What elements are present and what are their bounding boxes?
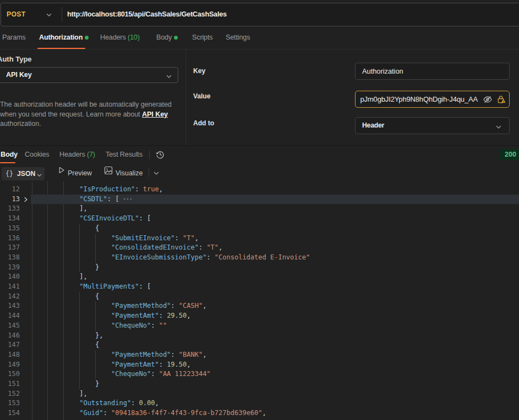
code-line[interactable]: 140], <box>0 272 519 282</box>
code-line[interactable]: 137"ConsolidatedEInvoice": "T", <box>0 243 519 253</box>
code-line[interactable]: 150"ChequeNo": "AA 11223344" <box>0 369 519 379</box>
fold-chevron-icon[interactable] <box>23 197 29 202</box>
code-line[interactable]: 142{ <box>0 292 519 302</box>
key-field[interactable]: Authorization <box>355 63 510 80</box>
api-key-link[interactable]: API Key <box>142 110 168 118</box>
history-icon[interactable] <box>155 149 166 160</box>
visualize-icon[interactable] <box>104 166 113 175</box>
punctuation: : <box>135 185 143 193</box>
code-text: ], <box>79 204 87 214</box>
preview-play-icon[interactable] <box>57 166 65 174</box>
key-field-value: Authorization <box>362 63 403 79</box>
line-number: 13 <box>0 195 20 205</box>
code-line[interactable]: 139} <box>0 263 519 273</box>
visualize-button[interactable]: Visualize <box>116 167 143 180</box>
line-number: 154 <box>0 408 20 418</box>
indent-guide <box>95 369 96 379</box>
addto-field-label: Add to <box>193 119 214 127</box>
code-text: "SubmitEInvoice": "T", <box>111 234 199 244</box>
auth-type-value: API Key <box>6 68 32 82</box>
line-number: 152 <box>0 389 20 399</box>
code-line[interactable]: 147{ <box>0 340 519 350</box>
response-toolbar: {} JSON Preview Visualize <box>0 163 519 181</box>
json-boolean: true <box>143 185 159 193</box>
indent-guide <box>79 331 80 341</box>
punctuation: , <box>263 409 266 417</box>
line-number: 148 <box>0 350 20 360</box>
value-field[interactable]: pJm0gbJI2Yph9N8hQhDgih-J4qu_AA <box>355 91 510 108</box>
code-line[interactable]: 145"ChequeNo": "" <box>0 321 519 331</box>
code-line[interactable]: 149"PaymentAmt": 19.50, <box>0 360 519 370</box>
code-text: }, <box>95 331 103 341</box>
code-line[interactable]: 135{ <box>0 224 519 234</box>
code-line[interactable]: 154"Guid": "09418a36-f4f7-4f43-9fca-b727… <box>0 408 519 418</box>
indent-guide <box>95 360 96 370</box>
code-line[interactable]: 138"EInvoiceSubmissionType": "Consolidat… <box>0 253 519 263</box>
auth-type-chevron-down-icon <box>165 73 173 80</box>
request-url-input[interactable]: http://localhost:8015/api/CashSales/GetC… <box>67 3 227 26</box>
method-selector[interactable]: POST <box>7 3 25 26</box>
code-line[interactable]: 144"PaymentAmt": 29.50, <box>0 311 519 321</box>
preview-button[interactable]: Preview <box>68 167 92 180</box>
toolbar-chevron-down-icon[interactable] <box>152 169 160 177</box>
request-tab-body[interactable]: Body <box>156 26 172 49</box>
lock-warning-icon[interactable] <box>496 95 506 104</box>
response-tab-cookies[interactable]: Cookies <box>25 146 49 163</box>
response-tab-count: (7) <box>85 151 95 158</box>
punctuation: , <box>203 302 206 310</box>
line-number: 137 <box>0 243 20 253</box>
response-tab-body[interactable]: Body <box>1 146 18 163</box>
value-field-label: Value <box>193 92 210 100</box>
fold-ellipsis: ··· <box>122 195 132 203</box>
status-badge[interactable]: 200 <box>500 149 519 160</box>
punctuation: : <box>151 370 159 378</box>
format-select-button[interactable]: {} JSON <box>2 167 45 180</box>
code-text: } <box>95 263 99 273</box>
request-tab-headers[interactable]: Headers (10) <box>100 26 140 49</box>
code-line[interactable]: 146}, <box>0 331 519 341</box>
line-number: 133 <box>0 204 20 214</box>
code-line[interactable]: 136"SubmitEInvoice": "T", <box>0 234 519 244</box>
eye-off-icon[interactable] <box>483 95 493 104</box>
code-text: "ChequeNo": "" <box>111 321 167 331</box>
line-number: 134 <box>0 214 20 224</box>
code-line[interactable]: 134"CSEInvoiceDTL": [ <box>0 214 519 224</box>
indent-guide <box>95 321 96 331</box>
json-key: "CSDTL" <box>79 195 107 203</box>
line-number: 142 <box>0 292 20 302</box>
response-body-editor[interactable]: 12"IsProduction": true,13"CSDTL": [···13… <box>0 181 519 420</box>
json-key: "ChequeNo" <box>111 322 151 329</box>
code-line[interactable]: 13"CSDTL": [··· <box>0 195 519 205</box>
indent-guide <box>79 340 80 350</box>
punctuation: , <box>195 234 199 242</box>
line-number: 149 <box>0 360 20 370</box>
code-line[interactable]: 148"PaymentMethod": "BANK", <box>0 350 519 360</box>
addto-select[interactable]: Header <box>355 117 510 134</box>
auth-help-text: The authorization header will be automat… <box>0 100 187 129</box>
code-line[interactable]: 141"MultiPayments": [ <box>0 282 519 292</box>
punctuation: : <box>107 195 115 203</box>
line-number: 140 <box>0 272 20 282</box>
code-line[interactable]: 133], <box>0 204 519 214</box>
bracket: [ <box>115 195 119 203</box>
code-line[interactable]: 12"IsProduction": true, <box>0 185 519 195</box>
code-line[interactable]: 143"PaymentMethod": "CASH", <box>0 301 519 311</box>
request-tab-params[interactable]: Params <box>2 26 26 49</box>
punctuation: : <box>131 399 139 407</box>
request-tab-settings[interactable]: Settings <box>226 26 250 49</box>
request-tab-scripts[interactable]: Scripts <box>192 26 212 49</box>
auth-type-select[interactable]: API Key <box>0 67 178 83</box>
request-tab-authorization[interactable]: Authorization <box>39 26 83 49</box>
auth-help-line2: when you send the request. Learn more ab… <box>0 110 142 118</box>
code-line[interactable]: 152], <box>0 389 519 399</box>
method-chevron-down-icon[interactable] <box>45 11 53 19</box>
punctuation: { <box>95 292 99 300</box>
response-tab-headers[interactable]: Headers (7) <box>59 146 95 163</box>
code-line[interactable]: 151} <box>0 379 519 389</box>
json-key: "Outstanding" <box>79 399 131 407</box>
code-line[interactable]: 153"Outstanding": 0.00, <box>0 399 519 408</box>
response-tab-test-results[interactable]: Test Results <box>106 146 143 163</box>
punctuation: : <box>139 214 147 222</box>
code-text: "ConsolidatedEInvoice": "T", <box>111 243 222 253</box>
code-text: "ChequeNo": "AA 11223344" <box>111 369 211 379</box>
